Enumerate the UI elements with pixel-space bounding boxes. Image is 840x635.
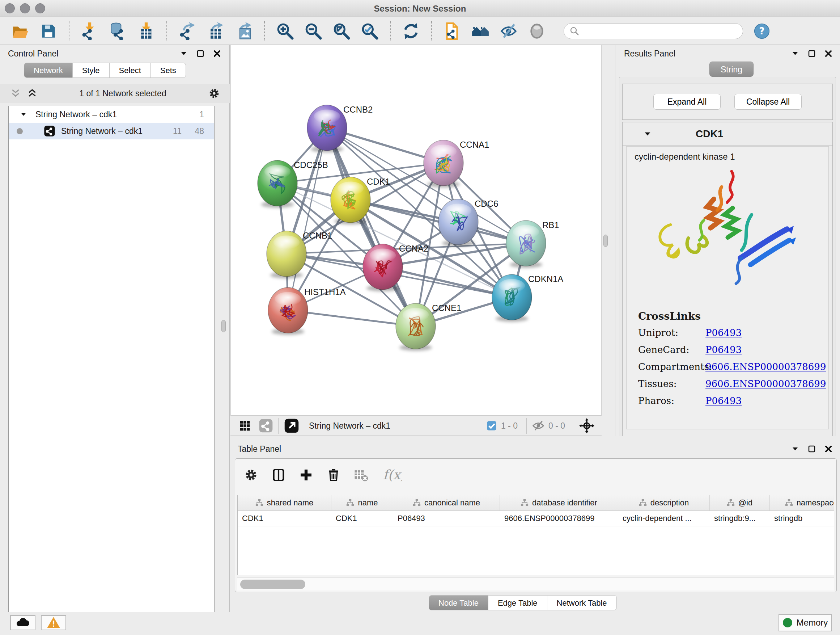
entry-expander-icon[interactable] [643,129,652,139]
network-node-CDC6[interactable]: CDC6 [439,199,498,247]
zoom-selected-icon[interactable] [360,22,379,41]
gene-entry-header[interactable]: CDK1 [622,122,832,146]
fit-content-crosshair-icon[interactable] [579,418,594,433]
tab-sets[interactable]: Sets [151,63,186,78]
column-header-sharedname[interactable]: shared name [238,495,332,510]
left-splitter-handle[interactable] [221,320,226,333]
column-header-id[interactable]: @id [710,495,770,510]
view-network-icon[interactable] [259,418,273,433]
control-panel-tabs: NetworkStyleSelectSets [24,63,186,78]
collapse-all-button[interactable]: Collapse All [734,94,802,110]
float-panel-icon[interactable] [791,445,799,453]
column-header-description[interactable]: description [618,495,710,510]
crosslink-link[interactable]: P06493 [706,344,742,355]
node-label: CDKN1A [528,274,563,284]
tab-network[interactable]: Network [24,63,73,78]
tab-select[interactable]: Select [110,63,151,78]
plus-icon[interactable] [299,468,313,482]
tab-node-table[interactable]: Node Table [429,595,488,610]
control-panel: Control Panel NetworkStyleSelectSets 1 o… [0,45,230,612]
trash-icon[interactable] [326,468,341,482]
collapse-all-chevron-icon[interactable] [10,88,21,99]
annotations-icon[interactable] [443,22,462,41]
gear-icon[interactable] [244,468,258,482]
warnings-button[interactable] [41,615,66,630]
table-delete-icon[interactable] [354,468,368,482]
column-header-namespace[interactable]: namespace [770,495,834,510]
refresh-layout-icon[interactable] [401,22,420,41]
tab-network-table[interactable]: Network Table [547,595,617,610]
table-row[interactable]: CDK1CDK1P064939606.ENSP00000378699cyclin… [238,511,834,526]
column-header-databaseidentifier[interactable]: database identifier [500,495,618,510]
network-node-CCNB2[interactable]: CCNB2 [307,105,373,152]
columns-icon[interactable] [271,468,286,482]
crosslink-link[interactable]: 9606.ENSP00000378699 [706,378,826,389]
crosslink-link[interactable]: P06493 [706,395,742,406]
node-count: 11 [173,126,182,136]
export-table-icon[interactable] [206,22,225,41]
crosslink-link[interactable]: P06493 [706,327,742,338]
network-node-CCNA1[interactable]: CCNA1 [424,140,489,187]
fx-icon[interactable]: f(x) [381,464,402,486]
view-grid-icon[interactable] [238,419,251,432]
save-session-icon[interactable] [39,22,58,41]
memory-button[interactable]: Memory [778,614,832,631]
maximize-panel-icon[interactable] [807,49,816,58]
hide-selected-icon[interactable] [499,22,518,41]
tab-style[interactable]: Style [73,63,110,78]
open-session-icon[interactable] [11,22,30,41]
results-panel-title: Results Panel [624,49,676,59]
import-database-icon[interactable] [109,22,127,41]
network-node-CDKN1A[interactable]: CDKN1A [492,274,563,322]
column-type-icon [727,499,735,507]
zoom-in-icon[interactable] [276,22,294,41]
crosslink-link[interactable]: 9606.ENSP00000378699 [706,361,826,372]
tab-string[interactable]: String [709,62,753,77]
cloud-status-button[interactable] [10,615,35,630]
maximize-panel-icon[interactable] [196,49,205,58]
show-all-icon[interactable] [527,22,546,41]
node-label: CCNB2 [343,105,373,114]
network-node-CCNA2[interactable]: CCNA2 [363,244,428,291]
float-panel-icon[interactable] [180,49,188,58]
network-node-CCNB1[interactable]: CCNB1 [267,231,332,279]
network-row-selected[interactable]: String Network – cdk1 11 48 [9,123,214,139]
node-table-box: f(x) shared name name canonical name dat… [235,458,837,592]
export-network-icon[interactable] [178,22,197,41]
zoom-fit-icon[interactable] [332,22,351,41]
string-home-icon[interactable] [471,22,490,41]
selected-checkbox-icon[interactable] [486,420,497,432]
detach-view-icon[interactable] [284,418,300,434]
search-input[interactable] [580,26,737,36]
help-icon[interactable]: ? [752,22,771,41]
column-type-icon [346,499,354,507]
network-collection-row[interactable]: String Network – cdk1 1 [9,106,214,123]
close-panel-icon[interactable] [824,445,833,453]
export-image-icon[interactable] [234,22,253,41]
right-splitter-handle[interactable] [603,234,608,247]
expand-all-button[interactable]: Expand All [653,94,721,110]
import-network-icon[interactable] [80,22,99,41]
float-panel-icon[interactable] [791,49,799,58]
zoom-out-icon[interactable] [304,22,323,41]
maximize-panel-icon[interactable] [807,445,816,453]
tree-expander-icon[interactable] [19,111,27,119]
network-options-gear-icon[interactable] [208,87,220,100]
cloud-icon [16,616,30,630]
tab-edge-table[interactable]: Edge Table [488,595,547,610]
import-table-icon[interactable] [137,22,156,41]
close-panel-icon[interactable] [824,49,833,58]
table-cell: CDK1 [332,511,393,526]
column-header-canonicalname[interactable]: canonical name [393,495,500,510]
close-panel-icon[interactable] [213,49,221,58]
search-box [564,23,743,39]
network-node-CCNE1[interactable]: CCNE1 [396,303,461,351]
network-canvas[interactable]: CCNB2 CCNA1 CDC25B CDK1 CDC6 [231,45,601,415]
scrollbar-thumb[interactable] [240,580,305,589]
network-node-RB1[interactable]: RB1 [506,220,559,268]
network-node-HIST1H1A[interactable]: HIST1H1A [268,287,346,335]
expand-all-chevron-icon[interactable] [27,88,38,99]
column-header-name[interactable]: name [332,495,393,510]
hidden-eye-icon[interactable] [532,419,545,432]
title-bar: Session: New Session [0,0,840,17]
